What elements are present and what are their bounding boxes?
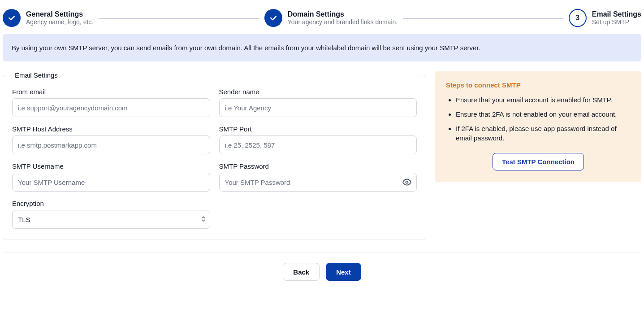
divider (3, 253, 641, 253)
input-smtp-username[interactable] (12, 173, 210, 192)
info-banner-text: By using your own SMTP server, you can s… (12, 44, 480, 52)
label-smtp-username: SMTP Username (12, 162, 210, 170)
label-from-email: From email (12, 88, 210, 96)
main-row: Email Settings From email Sender name SM… (3, 71, 641, 240)
field-encryption: Encryption TLSSSLNone (12, 200, 210, 229)
info-banner: By using your own SMTP server, you can s… (3, 34, 641, 61)
step-domain-settings[interactable]: Domain Settings Your agency and branded … (264, 9, 398, 27)
step-circle-current: 3 (569, 9, 587, 27)
step-title: General Settings (26, 10, 93, 18)
back-button[interactable]: Back (283, 263, 320, 281)
help-title: Steps to connect SMTP (446, 81, 631, 89)
help-item: Ensure that your email account is enable… (456, 95, 631, 105)
check-icon (269, 13, 278, 22)
smtp-help-card: Steps to connect SMTP Ensure that your e… (435, 71, 641, 182)
label-encryption: Encryption (12, 200, 210, 207)
step-connector (403, 18, 563, 18)
eye-icon (402, 178, 411, 187)
help-list: Ensure that your email account is enable… (446, 95, 631, 143)
step-number: 3 (575, 14, 579, 22)
toggle-password-visibility[interactable] (402, 177, 412, 188)
step-text: Email Settings Set up SMTP (592, 10, 641, 26)
step-circle-done (264, 9, 282, 27)
step-email-settings[interactable]: 3 Email Settings Set up SMTP (569, 9, 641, 27)
input-smtp-host[interactable] (12, 135, 210, 154)
field-smtp-username: SMTP Username (12, 162, 210, 192)
input-sender-name[interactable] (219, 98, 417, 117)
label-smtp-password: SMTP Password (219, 162, 417, 170)
field-smtp-host: SMTP Host Address (12, 125, 210, 154)
step-circle-done (3, 9, 21, 27)
test-smtp-button[interactable]: Test SMTP Connection (493, 153, 584, 170)
stepper: General Settings Agency name, logo, etc.… (3, 5, 641, 34)
input-smtp-port[interactable] (219, 135, 417, 154)
select-encryption[interactable]: TLSSSLNone (12, 210, 210, 229)
svg-point-0 (406, 181, 408, 183)
email-settings-form: Email Settings From email Sender name SM… (3, 71, 426, 240)
help-item: Ensure that 2FA is not enabled on your e… (456, 109, 631, 119)
input-from-email[interactable] (12, 98, 210, 117)
input-smtp-password[interactable] (219, 173, 417, 192)
field-smtp-port: SMTP Port (219, 125, 417, 154)
footer-actions: Back Next (3, 263, 641, 281)
step-title: Domain Settings (288, 10, 398, 18)
step-subtitle: Agency name, logo, etc. (26, 18, 93, 26)
field-sender-name: Sender name (219, 88, 417, 117)
label-smtp-host: SMTP Host Address (12, 125, 210, 133)
field-smtp-password: SMTP Password (219, 162, 417, 192)
step-subtitle: Set up SMTP (592, 18, 641, 26)
help-item: If 2FA is enabled, please use app passwo… (456, 124, 631, 144)
label-sender-name: Sender name (219, 88, 417, 96)
next-button[interactable]: Next (326, 263, 361, 281)
step-general-settings[interactable]: General Settings Agency name, logo, etc. (3, 9, 93, 27)
step-subtitle: Your agency and branded links domain. (288, 18, 398, 26)
form-legend: Email Settings (12, 71, 61, 79)
check-icon (7, 13, 16, 22)
step-connector (99, 18, 259, 18)
step-text: General Settings Agency name, logo, etc. (26, 10, 93, 26)
step-text: Domain Settings Your agency and branded … (288, 10, 398, 26)
step-title: Email Settings (592, 10, 641, 18)
field-from-email: From email (12, 88, 210, 117)
label-smtp-port: SMTP Port (219, 125, 417, 133)
